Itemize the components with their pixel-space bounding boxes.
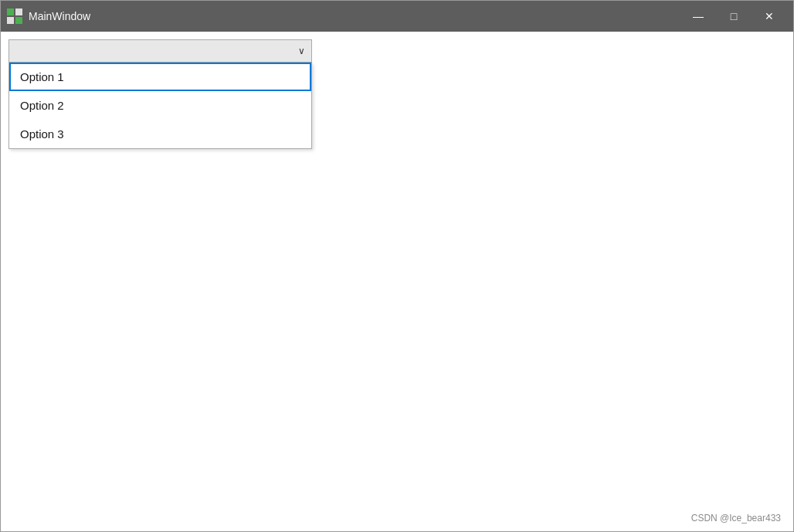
watermark: CSDN @Ice_bear433	[691, 513, 781, 524]
titlebar-controls: — □ ✕	[680, 1, 787, 32]
content-area: ∨ Option 1 Option 2 Option 3 CSDN @Ice_b…	[1, 32, 793, 531]
dropdown-item-3[interactable]: Option 3	[9, 120, 311, 148]
main-window: MainWindow — □ ✕ ∨ Option 1 Option 2 Opt…	[0, 0, 794, 532]
titlebar: MainWindow — □ ✕	[1, 1, 793, 32]
window-title: MainWindow	[29, 10, 90, 22]
svg-rect-1	[15, 8, 22, 15]
svg-rect-3	[15, 17, 22, 24]
svg-rect-2	[7, 17, 14, 24]
dropdown-list: Option 1 Option 2 Option 3	[8, 63, 312, 149]
dropdown-item-1[interactable]: Option 1	[9, 63, 311, 91]
svg-rect-0	[7, 8, 14, 15]
combobox-container: ∨ Option 1 Option 2 Option 3	[8, 39, 312, 149]
close-button[interactable]: ✕	[752, 1, 787, 32]
dropdown-item-2[interactable]: Option 2	[9, 91, 311, 120]
titlebar-left: MainWindow	[7, 8, 90, 24]
maximize-button[interactable]: □	[716, 1, 752, 32]
minimize-button[interactable]: —	[680, 1, 716, 32]
combobox-arrow-icon: ∨	[298, 46, 305, 56]
app-icon	[7, 8, 22, 24]
combobox[interactable]: ∨	[8, 39, 312, 63]
window-content: ∨ Option 1 Option 2 Option 3 CSDN @Ice_b…	[1, 32, 793, 531]
